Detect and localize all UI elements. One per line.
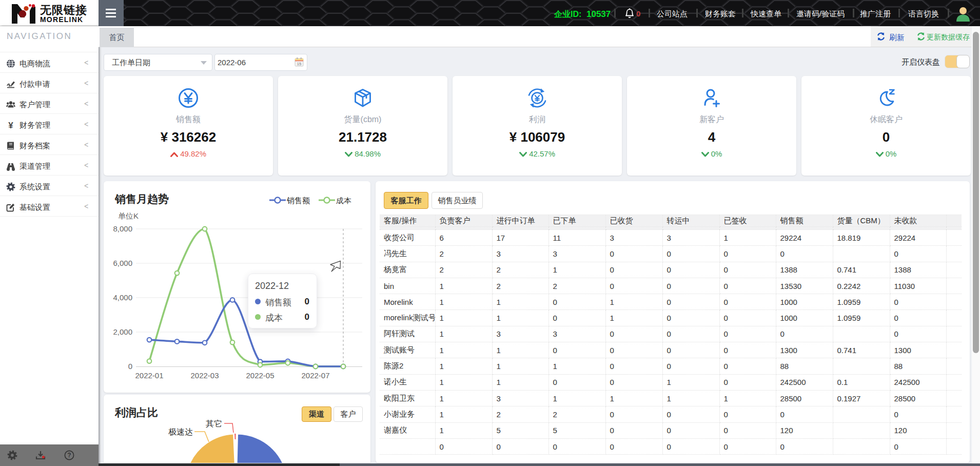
svg-text:6,000: 6,000 bbox=[113, 259, 132, 267]
svg-text:单位K: 单位K bbox=[118, 211, 139, 220]
svg-text:8,000: 8,000 bbox=[113, 224, 132, 233]
svg-text:0: 0 bbox=[128, 362, 132, 371]
svg-text:2022-01: 2022-01 bbox=[135, 371, 163, 380]
svg-text:成本: 成本 bbox=[336, 196, 351, 205]
svg-text:?: ? bbox=[67, 452, 71, 459]
svg-text:2022-07: 2022-07 bbox=[301, 371, 329, 380]
svg-text:4,000: 4,000 bbox=[113, 293, 132, 302]
svg-text:2022-05: 2022-05 bbox=[246, 371, 274, 380]
svg-text:15: 15 bbox=[297, 62, 301, 66]
svg-text:¥: ¥ bbox=[8, 121, 13, 130]
svg-text:2022-03: 2022-03 bbox=[190, 371, 219, 380]
svg-text:其它: 其它 bbox=[206, 419, 222, 428]
svg-text:极速达: 极速达 bbox=[168, 428, 193, 436]
svg-text:销售额: 销售额 bbox=[286, 196, 310, 205]
svg-text:2,000: 2,000 bbox=[113, 327, 132, 336]
